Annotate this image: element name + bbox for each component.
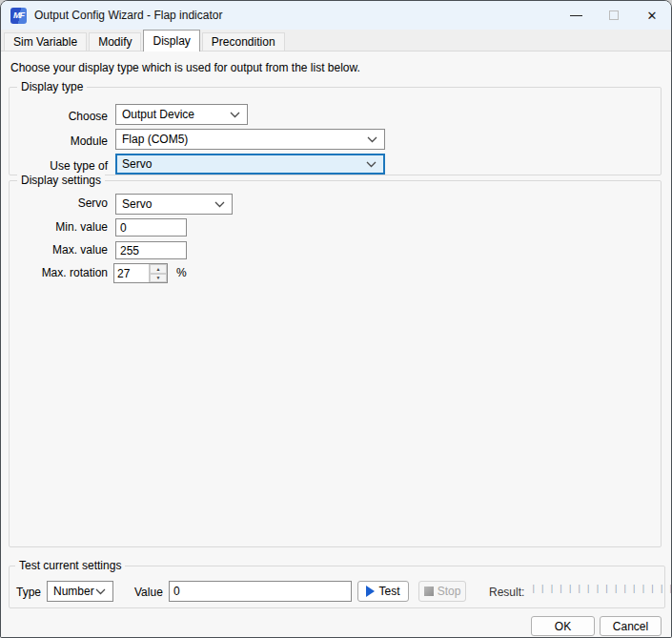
use-type-combobox[interactable]: Servo — [115, 154, 385, 175]
test-button-label: Test — [378, 585, 399, 598]
choose-combobox[interactable]: Output Device — [115, 104, 248, 125]
window-controls: ✕ — [557, 1, 671, 30]
servo-label: Servo — [16, 196, 108, 210]
minimize-icon — [570, 15, 582, 16]
use-type-value: Servo — [117, 157, 366, 171]
chevron-down-icon — [230, 112, 240, 118]
max-value-label: Max. value — [16, 243, 108, 257]
rotation-unit-label: % — [176, 266, 187, 279]
type-label: Type — [16, 586, 41, 599]
display-settings-legend: Display settings — [17, 174, 105, 187]
chevron-down-icon — [95, 588, 106, 595]
chevron-down-icon — [214, 201, 225, 208]
result-label: Result: — [489, 586, 524, 599]
test-type-value: Number — [48, 585, 95, 598]
chevron-down-icon — [366, 161, 377, 168]
min-value-input[interactable] — [115, 218, 187, 237]
window-title: Output Config Wizard - Flap indicator — [34, 9, 222, 22]
play-icon — [366, 586, 375, 597]
description-text: Choose your display type which is used f… — [10, 61, 360, 74]
display-tab-panel: Choose your display type which is used f… — [1, 51, 671, 637]
stepper-buttons: ▲ ▼ — [149, 264, 167, 282]
tab-modify[interactable]: Modify — [89, 32, 141, 51]
choose-value: Output Device — [116, 108, 230, 121]
output-config-wizard-dialog: MF Output Config Wizard - Flap indicator… — [0, 0, 672, 638]
tab-precondition[interactable]: Precondition — [202, 32, 285, 51]
module-combobox[interactable]: Flap (COM5) — [115, 129, 385, 150]
choose-label: Choose — [16, 110, 108, 123]
max-rotation-stepper[interactable]: ▲ ▼ — [113, 263, 168, 283]
test-button[interactable]: Test — [357, 581, 409, 602]
chevron-down-icon — [367, 136, 377, 143]
stepper-down-button[interactable]: ▼ — [150, 274, 167, 283]
tab-sim-variable[interactable]: Sim Variable — [4, 32, 87, 51]
arrow-down-icon: ▼ — [156, 275, 161, 280]
test-settings-legend: Test current settings — [15, 559, 125, 572]
mobiflight-app-icon: MF — [10, 8, 27, 24]
module-label: Module — [16, 134, 108, 148]
test-value-input[interactable] — [169, 581, 352, 602]
ok-button[interactable]: OK — [531, 616, 595, 636]
tab-display[interactable]: Display — [143, 30, 199, 51]
close-button[interactable]: ✕ — [633, 1, 671, 30]
stop-icon — [424, 587, 434, 596]
min-value-label: Min. value — [16, 220, 108, 234]
max-rotation-input[interactable] — [114, 264, 149, 282]
use-type-label: Use type of — [16, 159, 108, 173]
minimize-button[interactable] — [557, 1, 595, 30]
display-type-legend: Display type — [17, 80, 87, 93]
value-label: Value — [134, 586, 163, 599]
title-bar: MF Output Config Wizard - Flap indicator… — [1, 1, 671, 30]
servo-value: Servo — [116, 197, 214, 211]
result-ticks: ||||||||||||||||||| — [531, 585, 672, 594]
module-value: Flap (COM5) — [116, 133, 367, 146]
cancel-button[interactable]: Cancel — [600, 616, 662, 636]
display-settings-group: Display settings — [9, 180, 662, 547]
maximize-icon — [609, 10, 619, 20]
maximize-button — [595, 1, 633, 30]
max-rotation-label: Max. rotation — [16, 266, 108, 279]
stop-button-label: Stop — [438, 585, 461, 598]
stop-button: Stop — [418, 581, 466, 602]
close-icon: ✕ — [647, 10, 658, 22]
tab-strip: Sim Variable Modify Display Precondition — [1, 30, 671, 51]
test-type-combobox[interactable]: Number — [47, 581, 113, 602]
max-value-input[interactable] — [115, 241, 187, 259]
stepper-up-button[interactable]: ▲ — [150, 264, 167, 274]
arrow-up-icon: ▲ — [156, 266, 161, 272]
servo-combobox[interactable]: Servo — [115, 194, 233, 215]
